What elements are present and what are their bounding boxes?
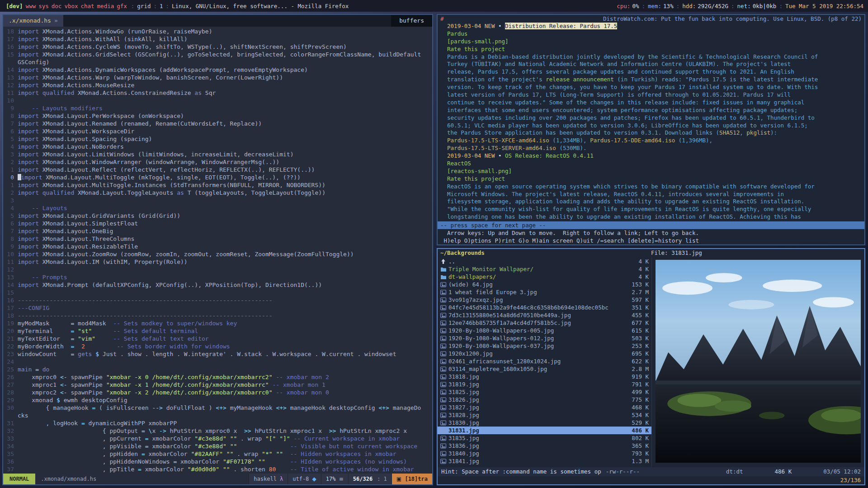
link[interactable]: Pardus-17.5-DDE-amd64.iso [590,137,675,144]
code-line[interactable]: 20myTerminal = "st" -- Sets default term… [3,327,432,335]
code-line[interactable]: 16import XMonad.Actions.CycleWS (moveTo,… [3,43,432,51]
file-row[interactable]: 31835.jpg802 K [438,434,651,442]
code-line[interactable]: 26 xmproc0 <- spawnPipe "xmobar -x 0 /ho… [3,373,432,381]
file-row[interactable]: 7d3c13155880e514a8d6d70510be449a.jpg455 … [438,311,651,319]
code-line[interactable]: 14import XMonad.Prompt (defaultXPConfig,… [3,281,432,289]
code-line[interactable]: 11import qualified XMonad.Actions.Constr… [3,89,432,97]
code-line[interactable]: 30 { manageHook = ( isFullscreen --> doF… [3,404,432,412]
code-line[interactable]: 4 -- Layouts [3,204,432,212]
file-row[interactable]: 3vo91g7azxqz.jpg597 K [438,296,651,304]
file-row[interactable]: 31825.jpg499 K [438,388,651,396]
code-line[interactable]: 3 [3,197,432,204]
link[interactable]: Pardus-17.5-LTS-SERVER-amd64.iso [447,145,556,151]
workspace-www[interactable]: www [24,3,38,9]
layout-indicator[interactable]: grid [137,3,151,9]
code-line[interactable]: 1import XMonad.Layout.MultiToggle.Instan… [3,181,432,189]
code-line[interactable]: 4import XMonad.Layout.NoBorders [3,143,432,150]
code-line[interactable]: 2import qualified XMonad.Layout.ToggleLa… [3,189,432,197]
code-line[interactable]: 17import XMonad.Actions.WithAll (sinkAll… [3,35,432,43]
link[interactable]: Pardus-17.5-LTS-XFCE-amd64.iso [447,137,549,144]
code-line[interactable]: 18--------------------------------------… [3,312,432,319]
code-line[interactable]: 7import XMonad.Layout.Renamed (renamed, … [3,120,432,127]
link[interactable]: release announcement [546,76,614,83]
workspace-media[interactable]: media [96,3,116,9]
code-line[interactable]: 6import XMonad.Layout.WorkspaceDir [3,127,432,135]
code-line[interactable]: 15import XMonad.Actions.GridSelect (GSCo… [3,51,432,58]
buffers-label[interactable]: buffers [391,15,432,27]
tab-xmonad-hs[interactable]: .x/xmonad.hs » [3,15,63,27]
link[interactable]: [pardus-small.png] [447,38,508,45]
code-line[interactable]: 33 , ppCurrent = xmobarColor "#c3e88d" "… [3,435,432,442]
file-row[interactable]: 04fc7e45d58113b2a9fe446c8c6358b6b694e108… [438,304,651,311]
code-line[interactable]: 13 -- Prompts [3,273,432,281]
code-line[interactable]: 28 xmproc2 <- spawnPipe "xmobar -x 2 /ho… [3,389,432,396]
code-line[interactable]: 5import XMonad.Layout.GridVariants (Grid… [3,212,432,220]
link[interactable]: Pardus [447,30,467,37]
code-line[interactable]: 0import XMonad.Layout.MultiToggle (mkTog… [3,174,432,181]
file-row[interactable]: ..4 K [438,258,651,265]
link[interactable]: SHA512 [719,129,740,136]
command-line[interactable]: 23/136 [438,476,864,484]
code-line[interactable]: 27 xmproc1 <- spawnPipe "xmobar -x 1 /ho… [3,381,432,389]
code-line[interactable]: 6import XMonad.Layout.SimplestFloat [3,220,432,227]
file-row[interactable]: 31840.jpg793 K [438,450,651,457]
code-line[interactable]: 32 { ppOutput = \x -> hPutStrLn xmproc0 … [3,427,432,435]
link[interactable]: Distribution Release: Pardus 17.5 [505,23,617,29]
file-row[interactable]: 1920x1200.jpg695 K [438,350,651,357]
workspace-chat[interactable]: chat [79,3,95,9]
code-line[interactable]: 22myBorderWidth = 2 -- Sets border width… [3,343,432,350]
code-line[interactable]: 7import XMonad.Layout.OneBig [3,227,432,235]
code-line[interactable]: 10import XMonad.Layout.ZoomRow (zoomRow,… [3,250,432,258]
link[interactable]: OS Release: ReactOS 0.4.11 [505,152,594,159]
file-row[interactable]: 31826.jpg775 K [438,396,651,404]
file-row[interactable]: 1920-By-1080-Wallpapers-012.jpg503 K [438,334,651,342]
file-row[interactable]: 31830.jpg529 K [438,419,651,427]
code-line[interactable]: 29 xmonad $ ewmh desktopConfig [3,396,432,404]
code-line[interactable]: 3import XMonad.Layout.LimitWindows (limi… [3,150,432,158]
file-row[interactable]: 31819.jpg791 K [438,380,651,388]
code-line[interactable]: 8import XMonad.Layout.ThreeColumns [3,235,432,243]
code-line[interactable]: 2import XMonad.Layout.WindowArranger (wi… [3,158,432,166]
code-line[interactable]: cks [3,412,432,419]
code-line[interactable]: 14import XMonad.Actions.DynamicWorkspace… [3,66,432,74]
code-line[interactable]: 13import XMonad.Actions.Warp (warpToWind… [3,74,432,81]
workspace-dev[interactable]: [dev] [5,3,24,9]
code-line[interactable]: 11import XMonad.Layout.IM (withIM, Prope… [3,258,432,266]
file-row[interactable]: Triple Monitor Wallpaper/4 K [438,265,651,273]
file-row[interactable]: 31836.jpg365 K [438,442,651,450]
file-list[interactable]: ..4 KTriple Monitor Wallpaper/4 Kdt-wall… [438,257,652,467]
code-area[interactable]: 18import XMonad.Actions.WindowGo (runOrR… [3,27,432,474]
code-line[interactable]: 17---CONFIG [3,304,432,312]
file-row[interactable]: 31827.jpg468 K [438,404,651,411]
workspace-vbox[interactable]: vbox [63,3,79,9]
code-line[interactable]: GSConfig) [3,58,432,66]
link[interactable]: [reactos-small.png] [447,168,512,174]
code-line[interactable]: 16--------------------------------------… [3,296,432,304]
code-line[interactable]: 21myTextEditor = "vim" -- Sets default t… [3,335,432,343]
code-line[interactable]: 25main = do [3,366,432,373]
link[interactable]: pkglist [746,129,770,136]
workspace-gfx[interactable]: gfx [115,3,128,9]
code-line[interactable]: 37 , ppTitle = xmobarColor "#d0d0d0" "" … [3,465,432,473]
code-line[interactable]: 12 [3,266,432,273]
file-row[interactable]: 03114_mapletree_1680x1050.jpg2.8 M [438,365,651,373]
code-line[interactable]: 19myModMask = mod4Mask -- Sets modkey to… [3,319,432,327]
file-row[interactable]: dt-wallpapers/4 K [438,273,651,281]
file-row[interactable]: 1920-By-1080-Wallpapers-005.jpg615 K [438,327,651,334]
file-row[interactable]: 02461_africansunset_1280x1024.jpg622 K [438,357,651,365]
file-row[interactable]: 31841.jpg1.3 M [438,457,651,465]
code-line[interactable]: 5import XMonad.Layout.Spacing (spacing) [3,135,432,143]
link[interactable]: Rate this project [447,175,505,182]
code-line[interactable]: 12import XMonad.Actions.MouseResize [3,81,432,89]
code-line[interactable]: 1import XMonad.Layout.Reflect (reflectVe… [3,166,432,174]
code-line[interactable]: 31 , logHook = dynamicLogWithPP xmobarPP [3,419,432,427]
file-row[interactable]: (wide) 64.jpg153 K [438,281,651,288]
file-row[interactable]: 31828.jpg534 K [438,411,651,419]
file-row[interactable]: 12ee746bb85735f1a7a4cd4d7f581b5c.jpg677 … [438,319,651,327]
workspace-doc[interactable]: doc [50,3,63,9]
code-line[interactable]: 36 , ppHiddenNoWindows = xmobarColor "#F… [3,458,432,465]
file-row[interactable]: 31831.jpg486 K [438,427,651,434]
link[interactable]: ReactOS [447,160,471,167]
code-line[interactable]: 8import XMonad.Layout.PerWorkspace (onWo… [3,112,432,120]
code-line[interactable]: 23windowCount = gets $ Just . show . len… [3,350,432,358]
